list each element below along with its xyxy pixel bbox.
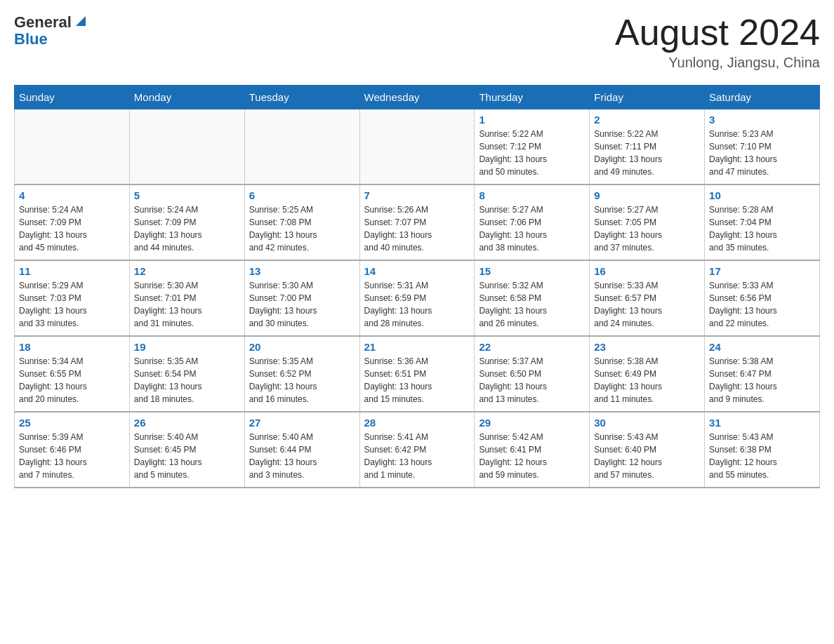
calendar-row: 4Sunrise: 5:24 AM Sunset: 7:09 PM Daylig… xyxy=(15,185,820,260)
calendar-cell: 30Sunrise: 5:43 AM Sunset: 6:40 PM Dayli… xyxy=(590,412,705,488)
calendar-row: 25Sunrise: 5:39 AM Sunset: 6:46 PM Dayli… xyxy=(15,412,820,488)
day-info: Sunrise: 5:40 AM Sunset: 6:44 PM Dayligh… xyxy=(249,431,355,481)
calendar-cell: 26Sunrise: 5:40 AM Sunset: 6:45 PM Dayli… xyxy=(129,412,244,488)
day-info: Sunrise: 5:30 AM Sunset: 7:00 PM Dayligh… xyxy=(249,279,355,330)
day-info: Sunrise: 5:24 AM Sunset: 7:09 PM Dayligh… xyxy=(19,203,125,254)
day-number: 21 xyxy=(364,341,470,353)
day-number: 10 xyxy=(709,189,815,201)
day-info: Sunrise: 5:28 AM Sunset: 7:04 PM Dayligh… xyxy=(709,203,815,254)
calendar-cell xyxy=(359,109,475,185)
day-info: Sunrise: 5:35 AM Sunset: 6:52 PM Dayligh… xyxy=(249,355,355,405)
day-number: 4 xyxy=(19,189,125,201)
calendar-cell: 7Sunrise: 5:26 AM Sunset: 7:07 PM Daylig… xyxy=(359,185,475,260)
day-number: 3 xyxy=(709,114,815,126)
calendar-cell: 8Sunrise: 5:27 AM Sunset: 7:06 PM Daylig… xyxy=(475,185,590,260)
day-info: Sunrise: 5:35 AM Sunset: 6:54 PM Dayligh… xyxy=(134,355,240,405)
day-number: 6 xyxy=(249,189,355,201)
day-info: Sunrise: 5:40 AM Sunset: 6:45 PM Dayligh… xyxy=(134,431,240,481)
calendar-cell: 17Sunrise: 5:33 AM Sunset: 6:56 PM Dayli… xyxy=(705,260,820,336)
day-number: 20 xyxy=(249,341,355,353)
day-info: Sunrise: 5:24 AM Sunset: 7:09 PM Dayligh… xyxy=(134,203,240,254)
calendar-cell: 3Sunrise: 5:23 AM Sunset: 7:10 PM Daylig… xyxy=(705,109,820,185)
day-info: Sunrise: 5:30 AM Sunset: 7:01 PM Dayligh… xyxy=(134,279,240,330)
calendar-cell: 27Sunrise: 5:40 AM Sunset: 6:44 PM Dayli… xyxy=(244,412,359,488)
logo-wrapper: General Blue xyxy=(14,14,88,48)
day-number: 12 xyxy=(134,265,240,277)
svg-marker-0 xyxy=(76,16,86,26)
calendar-row: 1Sunrise: 5:22 AM Sunset: 7:12 PM Daylig… xyxy=(15,109,820,185)
calendar-cell: 22Sunrise: 5:37 AM Sunset: 6:50 PM Dayli… xyxy=(475,336,590,412)
day-info: Sunrise: 5:22 AM Sunset: 7:12 PM Dayligh… xyxy=(479,128,585,178)
day-info: Sunrise: 5:29 AM Sunset: 7:03 PM Dayligh… xyxy=(19,279,125,330)
calendar-cell: 1Sunrise: 5:22 AM Sunset: 7:12 PM Daylig… xyxy=(475,109,590,185)
day-info: Sunrise: 5:41 AM Sunset: 6:42 PM Dayligh… xyxy=(364,431,470,481)
header-cell-sunday: Sunday xyxy=(15,86,130,109)
header-cell-thursday: Thursday xyxy=(475,86,590,109)
logo: General Blue xyxy=(14,14,88,48)
day-number: 19 xyxy=(134,341,240,353)
day-info: Sunrise: 5:38 AM Sunset: 6:47 PM Dayligh… xyxy=(709,355,815,405)
calendar-cell: 12Sunrise: 5:30 AM Sunset: 7:01 PM Dayli… xyxy=(129,260,244,336)
day-number: 5 xyxy=(134,189,240,201)
day-number: 9 xyxy=(594,189,700,201)
header-cell-tuesday: Tuesday xyxy=(244,86,359,109)
logo-blue-text: Blue xyxy=(14,30,48,48)
day-number: 8 xyxy=(479,189,585,201)
logo-bottom: Blue xyxy=(14,31,88,48)
logo-top: General xyxy=(14,14,88,31)
day-number: 27 xyxy=(249,417,355,429)
calendar-cell: 10Sunrise: 5:28 AM Sunset: 7:04 PM Dayli… xyxy=(705,185,820,260)
day-info: Sunrise: 5:27 AM Sunset: 7:06 PM Dayligh… xyxy=(479,203,585,254)
calendar-cell: 15Sunrise: 5:32 AM Sunset: 6:58 PM Dayli… xyxy=(475,260,590,336)
logo-triangle-icon xyxy=(73,13,88,29)
calendar-cell: 21Sunrise: 5:36 AM Sunset: 6:51 PM Dayli… xyxy=(359,336,475,412)
header-cell-wednesday: Wednesday xyxy=(359,86,475,109)
calendar-cell xyxy=(15,109,130,185)
calendar-cell xyxy=(129,109,244,185)
day-info: Sunrise: 5:33 AM Sunset: 6:56 PM Dayligh… xyxy=(709,279,815,330)
calendar-cell: 31Sunrise: 5:43 AM Sunset: 6:38 PM Dayli… xyxy=(705,412,820,488)
calendar-row: 11Sunrise: 5:29 AM Sunset: 7:03 PM Dayli… xyxy=(15,260,820,336)
day-number: 29 xyxy=(479,417,585,429)
calendar-cell: 9Sunrise: 5:27 AM Sunset: 7:05 PM Daylig… xyxy=(590,185,705,260)
month-title: August 2024 xyxy=(615,14,820,51)
day-number: 17 xyxy=(709,265,815,277)
day-number: 1 xyxy=(479,114,585,126)
day-info: Sunrise: 5:23 AM Sunset: 7:10 PM Dayligh… xyxy=(709,128,815,178)
day-number: 16 xyxy=(594,265,700,277)
calendar-cell: 6Sunrise: 5:25 AM Sunset: 7:08 PM Daylig… xyxy=(244,185,359,260)
day-number: 7 xyxy=(364,189,470,201)
day-number: 24 xyxy=(709,341,815,353)
calendar-cell: 25Sunrise: 5:39 AM Sunset: 6:46 PM Dayli… xyxy=(15,412,130,488)
day-info: Sunrise: 5:38 AM Sunset: 6:49 PM Dayligh… xyxy=(594,355,700,405)
day-info: Sunrise: 5:34 AM Sunset: 6:55 PM Dayligh… xyxy=(19,355,125,405)
calendar-cell: 2Sunrise: 5:22 AM Sunset: 7:11 PM Daylig… xyxy=(590,109,705,185)
calendar-cell: 13Sunrise: 5:30 AM Sunset: 7:00 PM Dayli… xyxy=(244,260,359,336)
day-number: 2 xyxy=(594,114,700,126)
day-info: Sunrise: 5:25 AM Sunset: 7:08 PM Dayligh… xyxy=(249,203,355,254)
day-number: 28 xyxy=(364,417,470,429)
day-info: Sunrise: 5:42 AM Sunset: 6:41 PM Dayligh… xyxy=(479,431,585,481)
calendar-cell: 4Sunrise: 5:24 AM Sunset: 7:09 PM Daylig… xyxy=(15,185,130,260)
calendar-cell: 29Sunrise: 5:42 AM Sunset: 6:41 PM Dayli… xyxy=(475,412,590,488)
day-info: Sunrise: 5:37 AM Sunset: 6:50 PM Dayligh… xyxy=(479,355,585,405)
calendar-table: SundayMondayTuesdayWednesdayThursdayFrid… xyxy=(14,85,820,488)
logo-general-text: General xyxy=(14,14,72,31)
day-number: 14 xyxy=(364,265,470,277)
day-number: 11 xyxy=(19,265,125,277)
header-cell-saturday: Saturday xyxy=(705,86,820,109)
day-info: Sunrise: 5:22 AM Sunset: 7:11 PM Dayligh… xyxy=(594,128,700,178)
calendar-cell: 19Sunrise: 5:35 AM Sunset: 6:54 PM Dayli… xyxy=(129,336,244,412)
title-block: August 2024 Yunlong, Jiangsu, China xyxy=(615,14,820,71)
calendar-row: 18Sunrise: 5:34 AM Sunset: 6:55 PM Dayli… xyxy=(15,336,820,412)
calendar-cell: 23Sunrise: 5:38 AM Sunset: 6:49 PM Dayli… xyxy=(590,336,705,412)
calendar-cell: 5Sunrise: 5:24 AM Sunset: 7:09 PM Daylig… xyxy=(129,185,244,260)
calendar-cell: 24Sunrise: 5:38 AM Sunset: 6:47 PM Dayli… xyxy=(705,336,820,412)
day-number: 13 xyxy=(249,265,355,277)
page-header: General Blue August 2024 Yunlong, Jiangs… xyxy=(14,14,820,71)
calendar-cell: 11Sunrise: 5:29 AM Sunset: 7:03 PM Dayli… xyxy=(15,260,130,336)
day-info: Sunrise: 5:33 AM Sunset: 6:57 PM Dayligh… xyxy=(594,279,700,330)
calendar-cell: 14Sunrise: 5:31 AM Sunset: 6:59 PM Dayli… xyxy=(359,260,475,336)
day-info: Sunrise: 5:43 AM Sunset: 6:38 PM Dayligh… xyxy=(709,431,815,481)
day-number: 15 xyxy=(479,265,585,277)
